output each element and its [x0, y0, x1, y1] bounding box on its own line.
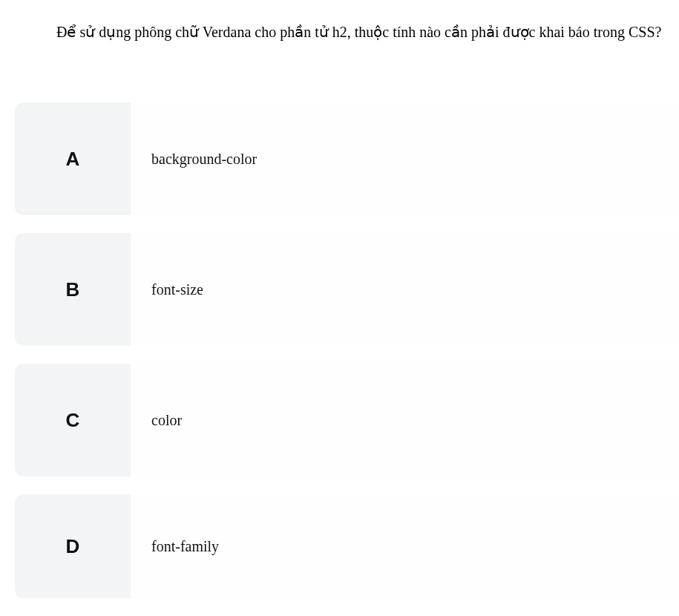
option-letter: B: [66, 278, 80, 301]
option-letter: C: [66, 409, 80, 432]
option-text-box: font-family: [131, 494, 679, 598]
option-text-box: color: [131, 364, 679, 476]
option-text: background-color: [151, 151, 257, 168]
option-letter: A: [66, 148, 80, 171]
option-letter-box: D: [15, 494, 131, 598]
option-text: font-size: [151, 281, 203, 298]
option-letter-box: B: [15, 233, 131, 346]
option-text: color: [151, 412, 182, 429]
option-text-box: font-size: [131, 233, 679, 346]
options-list: A background-color B font-size C color D…: [0, 102, 679, 598]
option-d[interactable]: D font-family: [15, 494, 679, 598]
option-c[interactable]: C color: [15, 364, 679, 476]
option-a[interactable]: A background-color: [15, 102, 679, 215]
question-text: Để sử dụng phông chữ Verdana cho phần tử…: [0, 0, 679, 43]
option-letter-box: A: [15, 102, 131, 215]
option-text: font-family: [151, 538, 219, 555]
option-letter-box: C: [15, 364, 131, 476]
option-b[interactable]: B font-size: [15, 233, 679, 346]
option-letter: D: [66, 535, 80, 558]
option-text-box: background-color: [131, 102, 679, 215]
